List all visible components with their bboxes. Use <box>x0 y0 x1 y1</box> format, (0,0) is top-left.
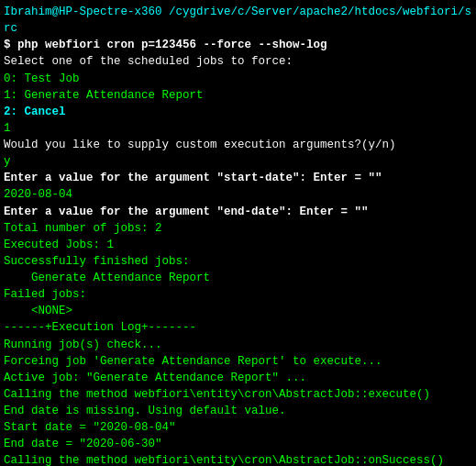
start-date-val-line: Start date = "2020-08-04" <box>4 419 472 436</box>
calling1-line: Calling the method webfiori\entity\cron\… <box>4 386 472 403</box>
cmd-line: $ php webfiori cron p=123456 --force --s… <box>4 37 472 53</box>
job2-line: 2: Cancel <box>4 104 472 120</box>
end-date-line: Enter a value for the argument "end-date… <box>4 204 472 220</box>
calling2-line: Calling the method webfiori\entity\cron\… <box>4 452 472 466</box>
total-jobs-line: Total number of jobs: 2 <box>4 220 472 237</box>
success-job-line: Generate Attendance Report <box>4 270 472 286</box>
end-date-missing-line: End date is missing. Using default value… <box>4 403 472 419</box>
failed-jobs-line: Failed jobs: <box>4 286 472 303</box>
running-line: Running job(s) check... <box>4 337 472 353</box>
executed-jobs-line: Executed Jobs: 1 <box>4 237 472 253</box>
end-date-val-line: End date = "2020-06-30" <box>4 436 472 452</box>
select-line: Select one of the scheduled jobs to forc… <box>4 53 472 70</box>
input1-line: 1 <box>4 120 472 137</box>
custom-args-line: Would you like to supply custom executio… <box>4 137 472 153</box>
exec-log-line: ------+Execution Log+------- <box>4 319 472 336</box>
job1-line: 1: Generate Attendance Report <box>4 87 472 104</box>
job0-line: 0: Test Job <box>4 71 472 87</box>
start-date-line: Enter a value for the argument "start-da… <box>4 170 472 186</box>
active-job-line: Active job: "Generate Attendance Report"… <box>4 370 472 386</box>
date1-line: 2020-08-04 <box>4 186 472 203</box>
prompt-line: Ibrahim@HP-Spectre-x360 /cygdrive/c/Serv… <box>4 4 472 37</box>
forceing-line: Forceing job 'Generate Attendance Report… <box>4 353 472 370</box>
success-finished-line: Successfully finished jobs: <box>4 253 472 270</box>
none-line: <NONE> <box>4 303 472 319</box>
terminal: Ibrahim@HP-Spectre-x360 /cygdrive/c/Serv… <box>0 0 476 466</box>
input2-line: y <box>4 153 472 170</box>
